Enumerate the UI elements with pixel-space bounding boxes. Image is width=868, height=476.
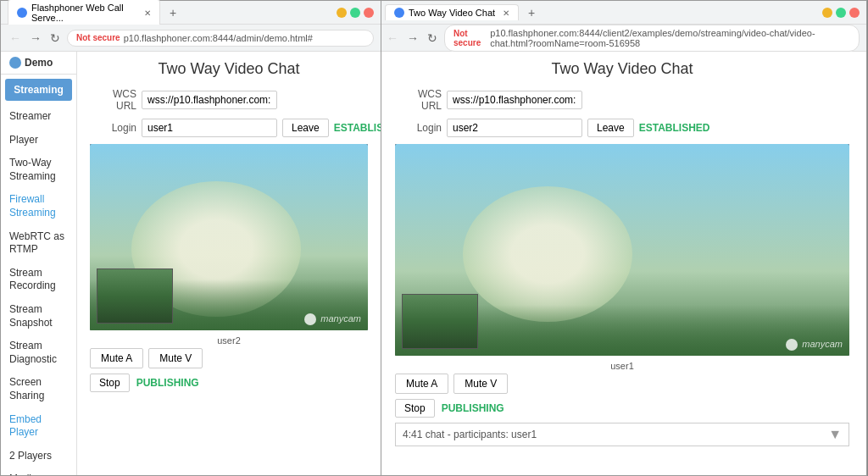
left-titlebar: Flashphoner Web Call Serve... ✕ +	[1, 1, 381, 25]
left-wcs-url-row: WCS URL	[90, 88, 368, 112]
right-wcs-url-row: WCS URL	[395, 88, 849, 112]
right-video-username: user1	[395, 361, 849, 371]
left-pip-scene	[97, 269, 172, 323]
right-browser-tab[interactable]: Two Way Video Chat ✕	[385, 4, 519, 20]
forward-button[interactable]: →	[28, 30, 43, 47]
left-wcs-url-label: WCS URL	[90, 88, 136, 112]
right-browser-window: Two Way Video Chat ✕ + ← → ↻ Not secure …	[377, 0, 867, 476]
left-address-field[interactable]: Not secure p10.flashphoner.com:8444/admi…	[67, 30, 374, 47]
left-login-label: Login	[90, 122, 136, 134]
right-maximize-button[interactable]	[836, 8, 846, 18]
demo-icon	[9, 57, 21, 69]
right-chat-scroll-icon[interactable]: ▼	[828, 427, 842, 442]
left-publishing-badge: PUBLISHING	[136, 377, 199, 389]
left-leave-button[interactable]: Leave	[282, 119, 329, 137]
left-video-main: manycam	[90, 144, 368, 330]
reload-button[interactable]: ↻	[48, 30, 62, 47]
right-wcs-url-input[interactable]	[447, 91, 582, 109]
right-new-tab-button[interactable]: +	[524, 4, 539, 21]
right-security-warning: Not secure	[453, 29, 487, 47]
right-manycam-icon	[786, 339, 798, 351]
sidebar-demo-label: Demo	[25, 57, 53, 69]
minimize-button[interactable]	[337, 8, 347, 18]
right-stop-button[interactable]: Stop	[395, 399, 435, 418]
left-mute-a-button[interactable]: Mute A	[90, 348, 143, 368]
left-page-content: Two Way Video Chat WCS URL Login Leave E…	[77, 52, 381, 475]
left-video-username: user2	[90, 335, 368, 346]
left-addressbar: ← → ↻ Not secure p10.flashphoner.com:844…	[1, 25, 381, 52]
right-address-field[interactable]: Not secure p10.flashphoner.com:8444/clie…	[444, 25, 860, 52]
left-tab-close[interactable]: ✕	[144, 8, 151, 18]
sidebar-item-two-way-streaming[interactable]: Two-Way Streaming	[1, 152, 76, 188]
left-stop-button[interactable]: Stop	[90, 374, 130, 392]
left-page-title: Two Way Video Chat	[90, 60, 368, 78]
right-login-row: Login Leave ESTABLISHED	[395, 119, 849, 137]
right-back-button[interactable]: ←	[385, 30, 400, 47]
right-wcs-url-label: WCS URL	[395, 88, 442, 112]
left-browser-tab[interactable]: Flashphoner Web Call Serve... ✕	[8, 0, 160, 25]
right-page-content: Two Way Video Chat WCS URL Login Leave E…	[378, 52, 866, 475]
right-video-container: manycam	[395, 144, 849, 356]
right-forward-button[interactable]: →	[405, 30, 420, 47]
maximize-button[interactable]	[350, 8, 360, 18]
sidebar-item-screen-sharing[interactable]: Screen Sharing	[1, 371, 76, 407]
sidebar-item-embed-player[interactable]: Embed Player	[1, 408, 76, 445]
sidebar-item-media-devices[interactable]: Media Devices	[1, 468, 76, 475]
left-mute-buttons: Mute A Mute V	[90, 348, 368, 368]
sidebar-item-webrtc-rtmp[interactable]: WebRTC as RTMP	[1, 225, 76, 262]
left-video-container: manycam	[90, 144, 368, 330]
right-titlebar: Two Way Video Chat ✕ +	[378, 1, 866, 25]
right-tab-title: Two Way Video Chat	[409, 8, 495, 18]
left-manycam-watermark: manycam	[304, 313, 361, 325]
left-login-row: Login Leave ESTABLISHED	[90, 119, 368, 137]
right-mute-v-button[interactable]: Mute V	[453, 374, 508, 394]
left-established-badge: ESTABLISHED	[334, 122, 381, 134]
back-button[interactable]: ←	[8, 30, 23, 47]
left-browser-window: Flashphoner Web Call Serve... ✕ + ← → ↻ …	[0, 0, 381, 476]
left-manycam-icon	[304, 313, 316, 325]
right-login-label: Login	[395, 122, 442, 134]
right-minimize-button[interactable]	[822, 8, 832, 18]
right-addressbar: ← → ↻ Not secure p10.flashphoner.com:844…	[378, 25, 866, 52]
left-video-pip	[97, 268, 173, 324]
right-mute-buttons: Mute A Mute V	[395, 374, 849, 394]
left-url-text: p10.flashphoner.com:8444/admin/demo.html…	[124, 33, 313, 43]
sidebar-item-stream-recording[interactable]: Stream Recording	[1, 262, 76, 298]
sidebar-streaming-button[interactable]: Streaming	[5, 79, 72, 101]
right-login-input[interactable]	[447, 119, 582, 137]
right-tab-favicon	[394, 8, 404, 18]
left-security-warning: Not secure	[76, 33, 120, 42]
tab-favicon	[17, 8, 27, 18]
left-stop-row: Stop PUBLISHING	[90, 374, 368, 392]
right-video-main: manycam	[395, 144, 849, 356]
right-window-controls	[822, 8, 860, 18]
sidebar-item-stream-snapshot[interactable]: Stream Snapshot	[1, 298, 76, 335]
left-tab-title: Flashphoner Web Call Serve...	[31, 3, 136, 23]
right-url-text: p10.flashphoner.com:8444/client2/example…	[490, 28, 850, 48]
right-leave-button[interactable]: Leave	[587, 119, 634, 137]
right-stop-row: Stop PUBLISHING	[395, 399, 849, 418]
right-chat-bar[interactable]: 4:41 chat - participants: user1 ▼	[395, 423, 849, 446]
right-close-button[interactable]	[849, 8, 860, 18]
new-tab-button[interactable]: +	[165, 4, 181, 21]
left-sidebar: Demo Streaming Streamer Player Two-Way S…	[1, 52, 77, 475]
close-button[interactable]	[364, 8, 374, 18]
sidebar-item-firewall-streaming[interactable]: Firewall Streaming	[1, 188, 76, 224]
right-chat-text: 4:41 chat - participants: user1	[403, 429, 537, 440]
left-login-input[interactable]	[142, 119, 277, 137]
left-wcs-url-input[interactable]	[142, 91, 277, 109]
right-manycam-watermark: manycam	[786, 339, 843, 351]
left-mute-v-button[interactable]: Mute V	[148, 348, 203, 368]
right-tab-close[interactable]: ✕	[503, 8, 509, 18]
sidebar-item-stream-diagnostic[interactable]: Stream Diagnostic	[1, 335, 76, 371]
sidebar-item-2-players[interactable]: 2 Players	[1, 445, 76, 468]
left-window-controls	[337, 8, 374, 18]
right-reload-button[interactable]: ↻	[426, 30, 439, 47]
sidebar-demo-header: Demo	[1, 52, 76, 75]
right-established-badge: ESTABLISHED	[639, 122, 710, 134]
sidebar-item-player[interactable]: Player	[1, 129, 76, 152]
sidebar-item-streamer[interactable]: Streamer	[1, 105, 76, 129]
right-publishing-badge: PUBLISHING	[442, 402, 504, 414]
right-mute-a-button[interactable]: Mute A	[395, 374, 448, 394]
right-video-pip	[402, 294, 478, 349]
